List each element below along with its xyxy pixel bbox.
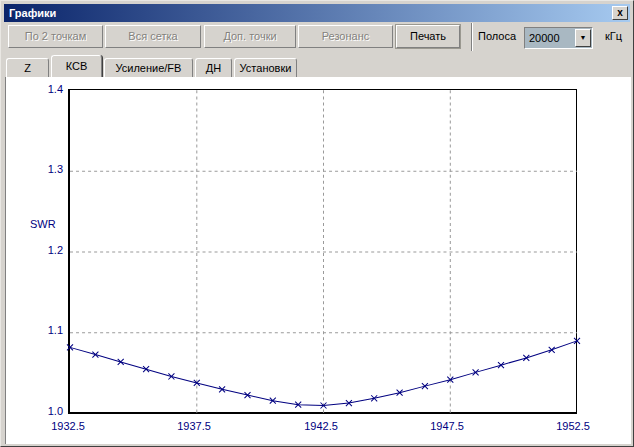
tab-gain-fb[interactable]: Усиление/FB xyxy=(104,58,193,77)
y-tick-label: 1.3 xyxy=(6,161,63,177)
y-tick-label: 1.0 xyxy=(6,403,63,419)
band-combo[interactable]: 20000 ▼ xyxy=(524,27,593,49)
print-button[interactable]: Печать xyxy=(396,25,460,48)
tab-settings[interactable]: Установки xyxy=(234,58,297,77)
swr-chart-page: Bw 116558.4 kHz (SWR < 1.5) Bw 233650.1 … xyxy=(5,77,631,444)
x-tick-label: 1932.5 xyxy=(43,418,93,434)
band-combo-value[interactable]: 20000 xyxy=(526,29,575,47)
toolbar: По 2 точкам Вся сетка Доп. точки Резонан… xyxy=(5,22,629,55)
close-button[interactable]: x xyxy=(612,6,628,20)
whole-grid-button[interactable]: Вся сетка xyxy=(105,25,201,48)
tab-strip: Z КСВ Усиление/FB ДН Установки xyxy=(5,55,629,77)
graphs-window: Графики x По 2 точкам Вся сетка Доп. точ… xyxy=(0,0,634,447)
title-bar[interactable]: Графики x xyxy=(4,4,630,22)
y-tick-label: 1.2 xyxy=(6,242,63,258)
y-tick-label: 1.1 xyxy=(6,322,63,338)
dropdown-arrow-icon[interactable]: ▼ xyxy=(575,29,591,47)
x-tick-label: 1937.5 xyxy=(169,418,219,434)
x-tick-label: 1952.5 xyxy=(548,418,598,434)
resonance-button[interactable]: Резонанс xyxy=(298,25,393,48)
window-title: Графики xyxy=(9,7,56,19)
tab-z[interactable]: Z xyxy=(6,58,49,77)
toolbar-separator xyxy=(471,23,473,51)
x-tick-label: 1947.5 xyxy=(422,418,472,434)
swr-plot-area xyxy=(68,89,577,414)
x-tick-label: 1942.5 xyxy=(296,418,346,434)
extra-points-button[interactable]: Доп. точки xyxy=(204,25,296,48)
y-axis-title: SWR xyxy=(30,218,56,230)
y-tick-label: 1.4 xyxy=(6,81,63,97)
close-icon: x xyxy=(617,7,623,18)
tab-dn[interactable]: ДН xyxy=(195,58,232,77)
band-unit-label: кГц xyxy=(605,30,622,42)
by-2-points-button[interactable]: По 2 точкам xyxy=(8,25,103,48)
band-label: Полоса xyxy=(478,30,516,42)
tab-ksv[interactable]: КСВ xyxy=(51,55,102,77)
